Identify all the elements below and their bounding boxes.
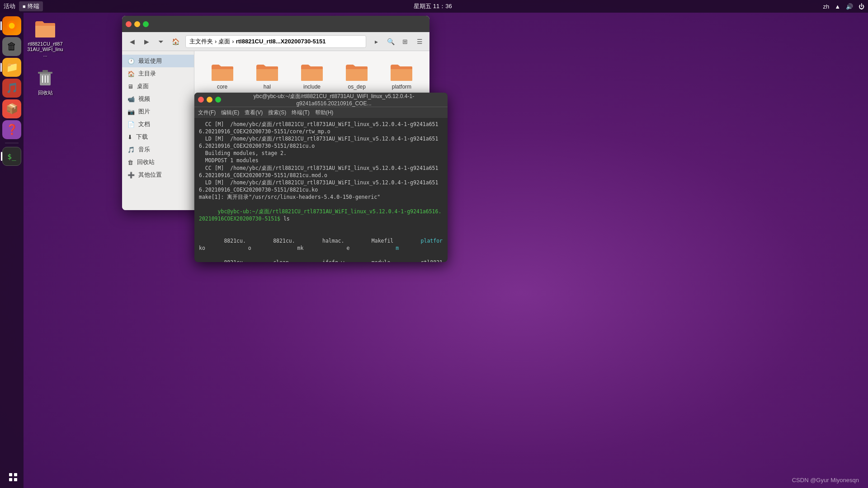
fm-minimize-btn[interactable]	[134, 21, 140, 27]
apps-grid-button[interactable]	[4, 468, 23, 487]
breadcrumb-current: rtl8821CU_rtl8...X20200730-5151	[236, 38, 326, 45]
top-panel-right: zh ▲ 🔊 ⏻	[823, 3, 864, 10]
dock-trash[interactable]: 🗑	[2, 37, 21, 56]
top-panel-left: 活动 ■ 终端	[4, 1, 43, 11]
sidebar-recent[interactable]: 🕐 最近使用	[122, 55, 194, 67]
file-label-core: core	[217, 84, 227, 90]
term-maximize-btn[interactable]	[215, 97, 221, 103]
music-icon: 🎵	[127, 146, 135, 153]
dock-files[interactable]: 📁	[2, 58, 21, 77]
sidebar-trash[interactable]: 🗑 回收站	[122, 156, 194, 169]
dock-rhythmbox[interactable]: 🎵	[2, 79, 21, 98]
term-line-6: LD [M] /home/ybc/桌面/rtl8821CU_rtl8731AU_…	[199, 179, 443, 193]
dock: 🗑 📁 🎵 📦 ❓ $_	[0, 13, 24, 488]
dock-terminal[interactable]: $_	[2, 147, 21, 166]
term-line-3: Building modules, stage 2.	[199, 150, 443, 157]
sidebar-home[interactable]: 🏠 主目录	[122, 67, 194, 80]
fm-forward-btn[interactable]: ▶	[140, 35, 153, 48]
download-icon: ⬇	[127, 134, 132, 141]
sidebar-download[interactable]: ⬇ 下载	[122, 131, 194, 143]
terminal-indicator[interactable]: ■ 终端	[19, 1, 43, 11]
term-titlebar: ybc@ybc-ub:~/桌面/rtl8821CU_rtl8731AU_WiFI…	[194, 93, 448, 107]
fm-back-btn[interactable]: ◀	[126, 35, 138, 48]
desktop-icon: 🖥	[127, 83, 133, 90]
term-ls-output: 8821cu.ko 8821cu.mod 8821cu.mod.c 8821cu…	[199, 230, 443, 262]
sidebar-doc[interactable]: 📄 文档	[122, 118, 194, 131]
breadcrumb-sep2: ›	[232, 38, 234, 45]
breadcrumb-desktop[interactable]: 桌面	[218, 38, 230, 46]
fm-sidebar: 🕐 最近使用 🏠 主目录 🖥 桌面 📹 视频 📷 图片 📄 文档	[122, 51, 194, 210]
term-line-7: make[1]: 离开目录"/usr/src/linux-headers-5.4…	[199, 193, 443, 201]
sidebar-video[interactable]: 📹 视频	[122, 93, 194, 105]
fm-titlebar	[122, 16, 429, 32]
dock-software[interactable]: 📦	[2, 99, 21, 118]
dock-firefox[interactable]	[2, 16, 21, 35]
svg-rect-20	[14, 478, 17, 481]
fm-view-toggle-btn[interactable]: ⊞	[399, 35, 411, 48]
sidebar-music[interactable]: 🎵 音乐	[122, 143, 194, 156]
term-menu-edit[interactable]: 编辑(E)	[221, 109, 239, 117]
lang-indicator[interactable]: zh	[823, 3, 829, 10]
svg-rect-17	[9, 473, 12, 476]
sidebar-desktop[interactable]: 🖥 桌面	[122, 80, 194, 93]
desktop-trash-label: 回收站	[38, 89, 53, 96]
term-title: ybc@ybc-ub:~/桌面/rtl8821CU_rtl8731AU_WiFI…	[224, 93, 444, 107]
dock-separator	[5, 143, 19, 143]
term-menubar: 文件(F) 编辑(E) 查看(V) 搜索(S) 终端(T) 帮助(H)	[194, 107, 448, 118]
term-line-5: CC [M] /home/ybc/桌面/rtl8821CU_rtl8731AU_…	[199, 164, 443, 179]
bottom-taskbar	[0, 466, 868, 488]
terminal-window: ybc@ybc-ub:~/桌面/rtl8821CU_rtl8731AU_WiFI…	[194, 93, 448, 262]
file-label-hal: hal	[264, 84, 271, 90]
fm-menu-btn[interactable]: ☰	[413, 35, 426, 48]
fm-search-btn[interactable]: 🔍	[384, 35, 397, 48]
sidebar-other[interactable]: ➕ 其他位置	[122, 169, 194, 181]
wifi-icon: ▲	[835, 3, 840, 10]
fm-history-btn[interactable]: ⏷	[155, 35, 167, 48]
desktop-icon-trash[interactable]: 回收站	[27, 66, 63, 96]
desktop-folder-label: rtl8821CU_rtl8731AU_WiFI_linu...	[27, 41, 63, 57]
sidebar-photo[interactable]: 📷 图片	[122, 105, 194, 118]
term-menu-file[interactable]: 文件(F)	[198, 109, 216, 117]
term-line-4: MODPOST 1 modules	[199, 157, 443, 164]
term-body[interactable]: CC [M] /home/ybc/桌面/rtl8821CU_rtl8731AU_…	[194, 118, 448, 262]
file-label-include: include	[303, 84, 321, 90]
breadcrumb-home[interactable]: 主文件夹	[189, 38, 213, 46]
fm-more-btn[interactable]: ▸	[370, 35, 382, 48]
term-minimize-btn[interactable]	[207, 97, 212, 103]
term-line-prompt1: ybc@ybc-ub:~/桌面/rtl8821CU_rtl8731AU_WiFI…	[199, 201, 443, 230]
dock-help[interactable]: ❓	[2, 120, 21, 139]
trash-icon: 🗑	[127, 159, 133, 166]
doc-icon: 📄	[127, 121, 135, 128]
power-icon[interactable]: ⏻	[859, 3, 864, 10]
desktop-icon-folder[interactable]: rtl8821CU_rtl8731AU_WiFI_linu...	[27, 18, 63, 57]
top-panel-datetime: 星期五 11：36	[414, 2, 452, 10]
svg-rect-18	[14, 473, 17, 476]
term-line-2: LD [M] /home/ybc/桌面/rtl8821CU_rtl8731AU_…	[199, 135, 443, 150]
fm-toolbar: ◀ ▶ ⏷ 🏠 主文件夹 › 桌面 › rtl8821CU_rtl8...X20…	[122, 32, 429, 51]
term-menu-search[interactable]: 搜索(S)	[268, 109, 286, 117]
desktop-icons-area: rtl8821CU_rtl8731AU_WiFI_linu... 回收站	[27, 18, 63, 100]
fm-home-icon: 🏠	[169, 35, 182, 48]
file-label-platform: platform	[392, 84, 411, 90]
svg-point-1	[9, 23, 15, 29]
home-icon: 🏠	[127, 70, 135, 77]
term-close-btn[interactable]	[198, 97, 204, 103]
terminal-indicator-label: 终端	[28, 2, 39, 10]
recent-icon: 🕐	[127, 58, 135, 65]
svg-rect-4	[42, 70, 48, 72]
fm-maximize-btn[interactable]	[143, 21, 149, 27]
volume-icon: 🔊	[846, 3, 853, 10]
breadcrumb-sep1: ›	[215, 38, 217, 45]
file-label-os-dep: os_dep	[348, 84, 366, 90]
activities-button[interactable]: 活动	[4, 2, 15, 10]
other-icon: ➕	[127, 172, 135, 178]
term-menu-terminal[interactable]: 终端(T)	[292, 109, 309, 117]
fm-close-btn[interactable]	[126, 21, 132, 27]
svg-rect-19	[9, 478, 12, 481]
svg-rect-3	[38, 72, 52, 74]
term-menu-view[interactable]: 查看(V)	[245, 109, 263, 117]
photo-icon: 📷	[127, 108, 135, 115]
term-line-1: CC [M] /home/ybc/桌面/rtl8821CU_rtl8731AU_…	[199, 121, 443, 135]
fm-breadcrumb[interactable]: 主文件夹 › 桌面 › rtl8821CU_rtl8...X20200730-5…	[185, 35, 366, 48]
term-menu-help[interactable]: 帮助(H)	[315, 109, 334, 117]
